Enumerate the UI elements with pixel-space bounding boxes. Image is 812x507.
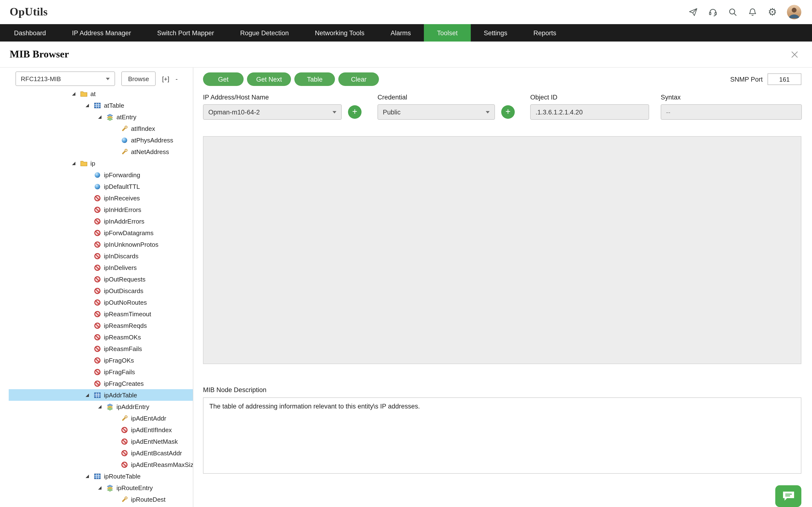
avatar[interactable]: [787, 5, 801, 19]
ip-address-select[interactable]: Opman-m10-64-2: [203, 104, 342, 120]
syntax-input[interactable]: --: [661, 104, 802, 120]
blocked-icon: [94, 206, 101, 213]
tree-node-ipdefaultttl[interactable]: ipDefaultTTL: [9, 181, 193, 192]
clear-button[interactable]: Clear: [339, 72, 379, 86]
tree-node-ipinaddrerrors[interactable]: ipInAddrErrors: [9, 215, 193, 227]
credential-select[interactable]: Public: [377, 104, 495, 120]
tree-node-iprouteentry[interactable]: ipRouteEntry: [9, 482, 193, 494]
tree-controls: RFC1213-MIB Browse [+] -: [0, 71, 193, 86]
tree-node-iprouteifindex[interactable]: ipRouteIfIndex: [9, 505, 193, 507]
tree-node-atnetaddress[interactable]: atNetAddress: [9, 146, 193, 157]
tree-node-ipreasmreqds[interactable]: ipReasmReqds: [9, 320, 193, 331]
tree-node-label: ipReasmReqds: [104, 322, 147, 329]
tree-node-ipindelivers[interactable]: ipInDelivers: [9, 262, 193, 273]
tree-node-ipadentnetmask[interactable]: ipAdEntNetMask: [9, 436, 193, 447]
feedback-chat-button[interactable]: [775, 485, 801, 507]
tree-node-label: ipInDiscards: [104, 252, 139, 260]
tree-node-ip[interactable]: ip: [9, 157, 193, 169]
nav-item-rogue-detection[interactable]: Rogue Detection: [227, 24, 302, 42]
snmp-port-label: SNMP Port: [730, 75, 763, 83]
expand-arrow[interactable]: [71, 159, 79, 167]
expand-arrow[interactable]: [85, 472, 93, 480]
chevron-down-icon: [333, 111, 337, 113]
toolbar-row: GetGet NextTableClear SNMP Port: [203, 72, 801, 86]
tree-node-attable[interactable]: atTable: [9, 100, 193, 111]
expand-arrow[interactable]: [85, 101, 93, 109]
table-button[interactable]: Table: [295, 72, 335, 86]
blocked-icon: [94, 333, 101, 341]
tree-node-ipfragcreates[interactable]: ipFragCreates: [9, 378, 193, 389]
tree-node-ipforwdatagrams[interactable]: ipForwDatagrams: [9, 227, 193, 238]
ip-address-label: IP Address/Host Name: [203, 94, 342, 101]
expand-arrow[interactable]: [71, 90, 79, 98]
nav-item-ip-address-manager[interactable]: IP Address Manager: [59, 24, 144, 42]
tree-node-ipinunknownprotos[interactable]: ipInUnknownProtos: [9, 238, 193, 250]
content-area: RFC1213-MIB Browse [+] - at atTable atEn…: [0, 68, 812, 507]
tree-node-atphysaddress[interactable]: atPhysAddress: [9, 134, 193, 146]
entry-icon: [106, 403, 114, 410]
nav-item-networking-tools[interactable]: Networking Tools: [302, 24, 377, 42]
blocked-icon: [94, 368, 101, 376]
tree-node-label: ipAdEntNetMask: [131, 438, 178, 445]
tree-node-ipfragfails[interactable]: ipFragFails: [9, 366, 193, 378]
tree-node-ipfragoks[interactable]: ipFragOKs: [9, 354, 193, 366]
browse-button[interactable]: Browse: [121, 71, 156, 86]
result-panel: [203, 136, 801, 364]
nav-item-dashboard[interactable]: Dashboard: [1, 24, 59, 42]
tree-node-ipoutrequests[interactable]: ipOutRequests: [9, 273, 193, 285]
tree-node-atentry[interactable]: atEntry: [9, 111, 193, 123]
tree-node-label: ipAdEntBcastAddr: [131, 449, 182, 457]
add-host-button[interactable]: +: [348, 105, 361, 119]
tree-node-ipaddrentry[interactable]: ipAddrEntry: [9, 401, 193, 412]
expand-all-control[interactable]: [+]: [162, 75, 169, 82]
expand-arrow[interactable]: [98, 403, 105, 410]
nav-item-alarms[interactable]: Alarms: [377, 24, 424, 42]
gear-icon[interactable]: ⚙: [767, 7, 778, 17]
nav-item-switch-port-mapper[interactable]: Switch Port Mapper: [144, 24, 227, 42]
tree-node-label: ipReasmTimeout: [104, 310, 151, 318]
tree-node-ipoutnoroutes[interactable]: ipOutNoRoutes: [9, 296, 193, 308]
tree-node-atifindex[interactable]: atIfIndex: [9, 123, 193, 134]
tree-node-ipadentbcastaddr[interactable]: ipAdEntBcastAddr: [9, 447, 193, 459]
get-next-button[interactable]: Get Next: [247, 72, 291, 86]
nav-item-reports[interactable]: Reports: [520, 24, 569, 42]
snmp-port-input[interactable]: [767, 73, 801, 85]
tree-node-ipindiscards[interactable]: ipInDiscards: [9, 250, 193, 262]
nav-item-settings[interactable]: Settings: [471, 24, 520, 42]
collapse-all-control[interactable]: -: [175, 75, 177, 82]
tree-node-ipoutdiscards[interactable]: ipOutDiscards: [9, 285, 193, 296]
tree-node-label: ipDefaultTTL: [104, 183, 140, 190]
search-icon[interactable]: [727, 7, 738, 17]
snmp-port-group: SNMP Port: [730, 73, 801, 85]
mib-select-value: RFC1213-MIB: [21, 75, 61, 82]
tree-node-ipreasmfails[interactable]: ipReasmFails: [9, 343, 193, 354]
tree-node-ipadentifindex[interactable]: ipAdEntIfIndex: [9, 424, 193, 436]
tree-node-ipreasmoks[interactable]: ipReasmOKs: [9, 331, 193, 343]
paper-plane-icon[interactable]: [688, 7, 698, 17]
expand-arrow[interactable]: [85, 391, 93, 399]
tree-node-label: ipFragCreates: [104, 380, 144, 387]
close-icon[interactable]: [790, 50, 800, 59]
tree-node-ipadentaddr[interactable]: ipAdEntAddr: [9, 412, 193, 424]
tree-node-iproutetable[interactable]: ipRouteTable: [9, 470, 193, 482]
expand-arrow[interactable]: [98, 484, 105, 492]
bell-icon[interactable]: [747, 7, 758, 17]
tree-node-label: ipRouteTable: [104, 472, 141, 480]
tree-node-iproutedest[interactable]: ipRouteDest: [9, 494, 193, 505]
tree-node-ipforwarding[interactable]: ipForwarding: [9, 169, 193, 181]
tree-node-ipreasmtimeout[interactable]: ipReasmTimeout: [9, 308, 193, 320]
add-credential-button[interactable]: +: [501, 105, 515, 119]
headset-icon[interactable]: [708, 7, 718, 17]
tree-node-at[interactable]: at: [9, 88, 193, 100]
object-id-input[interactable]: .1.3.6.1.2.1.4.20: [530, 104, 649, 120]
tree-node-label: atIfIndex: [131, 125, 155, 132]
expand-arrow[interactable]: [98, 113, 105, 121]
nav-item-toolset[interactable]: Toolset: [424, 24, 471, 42]
tree-node-ipinreceives[interactable]: ipInReceives: [9, 192, 193, 204]
tree-node-ipaddrtable[interactable]: ipAddrTable: [9, 389, 193, 401]
wrench-icon: [121, 496, 128, 503]
get-button[interactable]: Get: [203, 72, 244, 86]
tree-node-ipinhdrerrors[interactable]: ipInHdrErrors: [9, 204, 193, 215]
mib-select[interactable]: RFC1213-MIB: [15, 71, 115, 86]
tree-node-ipadentreasmmaxsize[interactable]: ipAdEntReasmMaxSize: [9, 459, 193, 470]
